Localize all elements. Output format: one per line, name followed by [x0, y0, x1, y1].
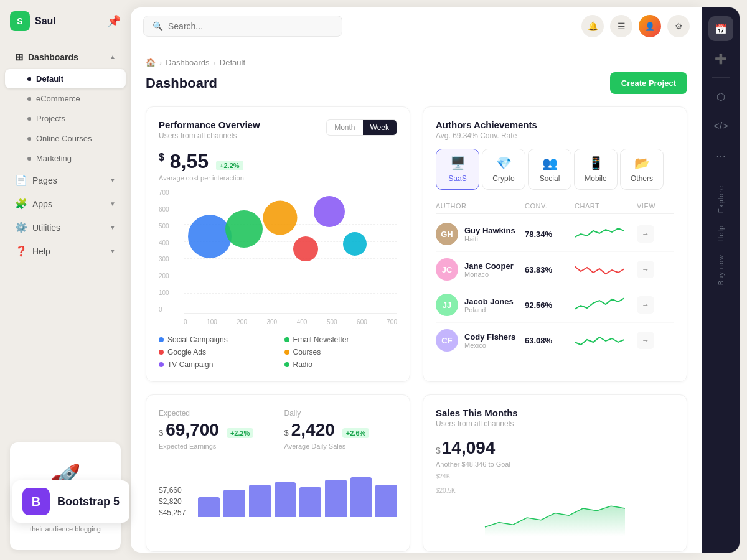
chevron-up-icon: ▲ [110, 54, 116, 60]
sidebar-item-utilities[interactable]: ⚙️ Utilities ▼ [5, 216, 126, 239]
dot-icon [27, 117, 31, 121]
author-country-1: Monaco [464, 271, 514, 278]
period-toggle: Month Week [326, 119, 397, 136]
sidebar-item-default[interactable]: Default [5, 69, 126, 88]
create-project-button[interactable]: Create Project [610, 72, 687, 94]
legend-email: Email Newsletter [284, 335, 398, 344]
sales-values: $7,660 $2,820 $45,257 [159, 486, 186, 517]
bubble-chart-wrapper: 7006005004003002001000 [159, 189, 397, 325]
pin-icon[interactable]: 📌 [107, 14, 121, 28]
bar-chart [198, 467, 397, 517]
topbar-menu-btn[interactable]: ☰ [610, 15, 632, 37]
user-avatar[interactable]: 👤 [639, 15, 661, 37]
table-row: GH Guy Hawkins Haiti 78.34% [436, 217, 674, 252]
page-title: Dashboard [146, 75, 217, 91]
performance-subtitle: Users from all channels [159, 131, 260, 140]
page-header: Dashboard Create Project [146, 72, 687, 94]
sales-value: 14,094 [442, 438, 496, 458]
rp-add-btn[interactable]: ➕ [708, 46, 733, 71]
sales-goal: Another $48,346 to Goal [436, 460, 674, 468]
tab-social[interactable]: 👥 Social [528, 149, 571, 190]
rp-divider-2 [712, 175, 730, 175]
daily-sales-label: Average Daily Sales [284, 442, 398, 450]
social-tab-icon: 👥 [542, 156, 558, 170]
projects-label: Projects [36, 114, 65, 123]
earnings-card: Expected $ 69,700 +2.2% Expected Earning… [146, 394, 410, 552]
help-icon: ❓ [15, 245, 27, 257]
main-content: 🔍 🔔 ☰ 👤 ⚙ 🏠 › Dashboards › Default Dashb… [131, 7, 702, 553]
legend-radio: Radio [284, 360, 398, 369]
view-btn-0[interactable]: → [637, 225, 654, 243]
rp-hex-btn[interactable]: ⬡ [708, 84, 733, 109]
sidebar-item-ecommerce[interactable]: eCommerce [5, 89, 126, 108]
bubble-courses [314, 196, 345, 227]
bar-1 [198, 497, 220, 517]
sidebar: S Saul 📌 ⊞ Dashboards ▲ Default eCommerc… [0, 0, 131, 560]
view-btn-1[interactable]: → [637, 261, 654, 278]
author-name-1: Jane Cooper [464, 261, 514, 271]
tab-saas[interactable]: 🖥️ SaaS [436, 149, 479, 190]
rp-help-label[interactable]: Help [717, 220, 725, 247]
rp-buynow-label[interactable]: Buy now [717, 250, 725, 290]
author-avatar-1: JC [436, 258, 458, 281]
bubble-tv [293, 236, 318, 261]
table-row: JC Jane Cooper Monaco 63.83% [436, 252, 674, 287]
legend-social: Social Campaigns [159, 335, 272, 344]
author-avatar-3: CF [436, 329, 458, 352]
utilities-icon: ⚙️ [15, 222, 27, 233]
authors-table: AUTHOR CONV. CHART VIEW GH Guy Hawkins H… [436, 198, 674, 358]
bar-7 [350, 477, 372, 517]
pages-label: Pages [32, 175, 57, 185]
sidebar-item-dashboards[interactable]: ⊞ Dashboards ▲ [5, 45, 126, 68]
mini-chart-2 [575, 296, 637, 314]
earnings-label: Expected Earnings [159, 442, 272, 450]
dot-icon [27, 137, 31, 141]
breadcrumb-home[interactable]: 🏠 [146, 58, 156, 67]
sidebar-item-apps[interactable]: 🧩 Apps ▼ [5, 192, 126, 215]
search-input[interactable] [168, 21, 333, 31]
author-info-2: JJ Jacob Jones Poland [436, 294, 525, 316]
authors-title: Authors Achievements [436, 119, 674, 130]
tab-crypto[interactable]: 💎 Crypto [482, 149, 525, 190]
sidebar-header: S Saul 📌 [0, 0, 131, 42]
sidebar-item-pages[interactable]: 📄 Pages ▼ [5, 169, 126, 192]
topbar-settings-btn[interactable]: ⚙ [667, 15, 690, 37]
dot-icon [27, 97, 31, 101]
month-toggle-btn[interactable]: Month [327, 120, 362, 135]
author-info-0: GH Guy Hawkins Haiti [436, 223, 525, 245]
tab-mobile[interactable]: 📱 Mobile [574, 149, 618, 190]
bar-6 [325, 480, 347, 517]
rp-more-btn[interactable]: ⋯ [708, 144, 733, 169]
topbar-notifications-btn[interactable]: 🔔 [581, 15, 604, 37]
avg-text: Avarage cost per interaction [159, 174, 397, 182]
bar-2 [223, 490, 245, 517]
author-tabs: 🖥️ SaaS 💎 Crypto 👥 Social 📱 Mobile [436, 149, 674, 190]
content-area: 🏠 › Dashboards › Default Dashboard Creat… [131, 45, 702, 553]
authors-subtitle: Avg. 69.34% Conv. Rate [436, 131, 674, 140]
dashboards-icon: ⊞ [15, 51, 23, 63]
breadcrumb-dashboards[interactable]: Dashboards [166, 58, 209, 67]
tab-others[interactable]: 📂 Others [620, 149, 664, 190]
rp-calendar-btn[interactable]: 📅 [708, 16, 733, 41]
sidebar-nav: ⊞ Dashboards ▲ Default eCommerce Project… [0, 42, 131, 266]
search-box[interactable]: 🔍 [143, 16, 342, 37]
sales-title: Sales This Months [436, 408, 674, 418]
author-avatar-2: JJ [436, 294, 458, 316]
bootstrap-label: Bootstrap 5 [57, 495, 120, 508]
view-btn-3[interactable]: → [637, 332, 654, 349]
logo-icon: S [10, 11, 30, 31]
sidebar-item-marketing[interactable]: Marketing [5, 149, 126, 168]
sidebar-item-help[interactable]: ❓ Help ▼ [5, 240, 126, 263]
ecommerce-label: eCommerce [36, 94, 80, 103]
sidebar-item-projects[interactable]: Projects [5, 109, 126, 128]
sidebar-logo: S Saul [10, 11, 56, 31]
rp-explore-label[interactable]: Explore [717, 180, 725, 218]
performance-badge: +2.2% [216, 161, 243, 170]
rp-code-btn[interactable]: </> [708, 114, 733, 139]
week-toggle-btn[interactable]: Week [363, 120, 397, 135]
sidebar-item-online-courses[interactable]: Online Courses [5, 129, 126, 148]
mini-chart-3 [575, 331, 637, 350]
view-btn-2[interactable]: → [637, 296, 654, 314]
online-courses-label: Online Courses [36, 134, 92, 143]
legend-dot-ads [159, 350, 164, 355]
